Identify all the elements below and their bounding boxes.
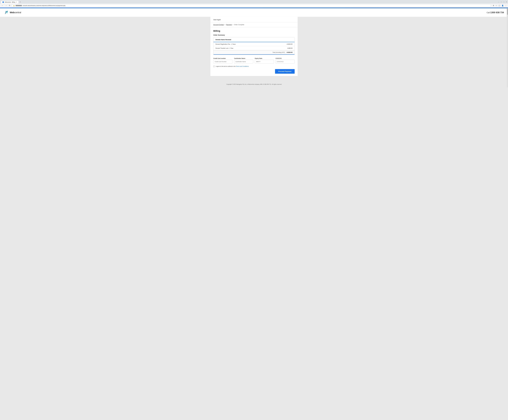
table-row: Domain Registration Fee - 1 Years AU$26.… <box>213 42 295 46</box>
address-bar[interactable]: 🔒 ■■■■■■■■■■■ console.wecentrearea.custo… <box>12 4 491 7</box>
cardholder-name-group: Cardholder Name: <box>234 58 253 63</box>
payment-form-row: Credit Card number Cardholder Name: Expi… <box>213 58 295 63</box>
scrollbar-track[interactable] <box>507 8 508 88</box>
row-description: Domain Registration Fee - 1 Years <box>216 43 236 45</box>
breadcrumb-account-contact[interactable]: Account Contact <box>213 24 224 25</box>
total-value: AU$26.95 <box>286 52 292 53</box>
profile-icon[interactable]: 👤 <box>501 4 504 7</box>
cvc-cvv-group: CVC/CVV: <box>276 58 295 63</box>
terms-and-conditions-link[interactable]: Terms and Conditions <box>236 66 249 67</box>
window-controls: ⌄ — □ ✕ <box>498 1 507 3</box>
credit-card-number-group: Credit Card number <box>213 58 232 63</box>
billing-title: Billing <box>213 30 295 32</box>
billing-section: Billing Order Summary Domain Name Renewa… <box>210 27 298 76</box>
start-again-link[interactable]: Start Again <box>213 19 221 21</box>
table-row: Domain Transfer Lock - 1 Year AU$0.00 <box>213 46 295 50</box>
terms-text: I agree to the terms outlined in the Ter… <box>216 66 249 67</box>
order-table-header: Domain Name Renewal <box>213 38 295 42</box>
breadcrumb-separator-2: > <box>232 24 233 25</box>
logo-light: central <box>15 11 21 14</box>
payment-form: Credit Card number Cardholder Name: Expi… <box>213 58 295 63</box>
logo-area: Webcentral <box>4 10 21 15</box>
footer-text: Copyright © 2023 Netregistry Pty Ltd, a … <box>226 84 282 85</box>
order-summary-title: Order Summary <box>213 34 295 36</box>
browser-titlebar: Webcentral - Billing ✕ + ⌄ — □ ✕ <box>0 0 508 4</box>
row-amount: AU$26.95 <box>287 43 292 45</box>
cvc-label: CVC/CVV: <box>276 58 295 59</box>
logo-text: Webcentral <box>10 11 21 14</box>
tab-title: Webcentral - Billing <box>5 1 15 3</box>
logo-bold: Web <box>10 11 15 14</box>
browser-toolbar: ← → ↻ 🔒 ■■■■■■■■■■■ console.wecentrearea… <box>0 4 508 8</box>
tab-favicon <box>2 1 4 3</box>
terms-row: I agree to the terms outlined in the Ter… <box>213 66 295 67</box>
minimize-button[interactable]: — <box>501 1 502 3</box>
order-total-row: Total (Including GST) AU$26.95 <box>213 50 295 54</box>
order-table: Domain Name Renewal Domain Registration … <box>213 37 295 55</box>
breadcrumb-order-complete: Order Complete <box>234 24 244 25</box>
cvc-input[interactable] <box>276 60 295 63</box>
lock-icon: 🔒 <box>13 5 15 6</box>
browser-chrome: Webcentral - Billing ✕ + ⌄ — □ ✕ ← → ↻ 🔒… <box>0 0 508 8</box>
bookmark-icon[interactable]: ☆ <box>495 4 497 7</box>
forward-button[interactable]: → <box>5 4 7 7</box>
webcentral-logo-icon <box>4 10 9 15</box>
order-table-bottom-divider <box>213 54 295 55</box>
maximize-button[interactable]: □ <box>504 1 504 3</box>
credit-card-input[interactable] <box>213 60 232 63</box>
phone-number: 1300 638 734 <box>490 11 504 14</box>
cardholder-name-label: Cardholder Name: <box>234 58 253 59</box>
sidebar-toggle-icon[interactable]: ⬜ <box>498 4 501 7</box>
menu-icon[interactable]: ⋮ <box>505 4 507 7</box>
share-icon[interactable]: ⬆ <box>493 4 495 7</box>
header-phone: Call 1300 638 734 <box>486 11 504 14</box>
cardholder-name-input[interactable] <box>234 60 253 63</box>
browser-content: Webcentral Call 1300 638 734 Start Again… <box>0 8 508 88</box>
expiry-date-label: Expiry Date: <box>255 58 274 59</box>
scrollbar-thumb[interactable] <box>507 9 508 15</box>
back-button[interactable]: ← <box>1 4 4 7</box>
row-description: Domain Transfer Lock - 1 Year <box>216 47 233 49</box>
total-label: Total (Including GST) <box>272 52 285 53</box>
chevron-down-icon: ⌄ <box>498 1 499 3</box>
toolbar-icons: ⬆ ☆ ⬜ 👤 ⋮ <box>493 4 507 7</box>
browser-tab[interactable]: Webcentral - Billing ✕ <box>1 1 18 3</box>
url-display: ■■■■■■■■■■■ console.wecentrearea.custome… <box>15 5 489 6</box>
site-header: Webcentral Call 1300 638 734 <box>0 8 508 17</box>
credit-card-label: Credit Card number <box>213 58 232 59</box>
expiry-date-group: Expiry Date: <box>255 58 274 63</box>
proceed-button-row: Proceed Payment <box>213 69 295 74</box>
breadcrumb: Account Contact > Payment > Order Comple… <box>210 22 298 27</box>
row-amount: AU$0.00 <box>287 47 292 49</box>
proceed-payment-button[interactable]: Proceed Payment <box>275 69 295 74</box>
breadcrumb-payment[interactable]: Payment <box>226 24 232 25</box>
url-blurred-part: ■■■■■■■■■■■ <box>15 5 22 6</box>
refresh-button[interactable]: ↻ <box>8 4 11 7</box>
terms-checkbox[interactable] <box>213 66 215 67</box>
url-domain: console.wecentrearea.customer.eskymak.sk… <box>22 5 65 6</box>
new-tab-button[interactable]: + <box>19 1 22 4</box>
breadcrumb-separator-1: > <box>225 24 225 25</box>
start-again-section: Start Again <box>210 17 298 22</box>
main-container: Start Again Account Contact > Payment > … <box>210 17 298 76</box>
tab-close-icon[interactable]: ✕ <box>16 1 17 3</box>
expiry-date-input[interactable] <box>255 60 274 63</box>
close-window-button[interactable]: ✕ <box>506 1 507 3</box>
site-footer: Copyright © 2023 Netregistry Pty Ltd, a … <box>0 81 508 88</box>
